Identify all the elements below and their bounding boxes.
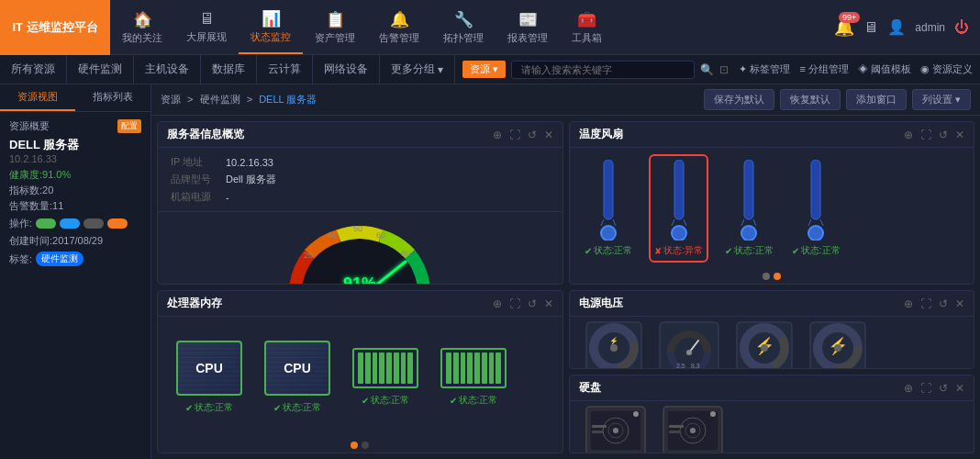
health-gauge-svg: 0 20 40 50 60 80 100 91% <box>273 216 447 285</box>
power-title: 电源电压 <box>579 296 623 311</box>
hdd-close-icon[interactable]: ✕ <box>955 382 964 395</box>
hdd-refresh-icon[interactable]: ↺ <box>939 382 948 395</box>
search-bar: 资源▾ 🔍 ⊡ <box>455 61 739 79</box>
svg-rect-62 <box>669 425 684 428</box>
svg-point-31 <box>610 344 618 352</box>
nav-hardware-monitor[interactable]: 硬件监测 <box>67 55 134 84</box>
nav-more-groups[interactable]: 更多分组▾ <box>380 55 455 84</box>
hdd-header: 硬盘 ⊕ ⛶ ↺ ✕ <box>570 375 974 401</box>
temp-close-icon[interactable]: ✕ <box>955 129 964 141</box>
device-name: DELL 服务器 <box>9 137 141 153</box>
hdd-controls: ⊕ ⛶ ↺ ✕ <box>904 382 964 395</box>
nav-network[interactable]: 网络设备 <box>313 55 380 84</box>
refresh-icon[interactable]: ↺ <box>528 129 537 141</box>
dot-1[interactable] <box>763 273 770 280</box>
fullscreen-icon[interactable]: ⛶ <box>509 129 520 141</box>
temp-refresh-icon[interactable]: ↺ <box>939 129 948 141</box>
nav-host-device[interactable]: 主机设备 <box>134 55 201 84</box>
temp-fullscreen-icon[interactable]: ⛶ <box>920 129 931 141</box>
threshold-template[interactable]: ◈ 阈值模板 <box>858 62 911 76</box>
proc-expand-icon[interactable]: ⊕ <box>493 297 502 310</box>
cpu-icon-1: CPU <box>176 341 242 396</box>
temp-expand-icon[interactable]: ⊕ <box>904 129 913 141</box>
resource-brief-title: 资源概要 <box>9 119 50 133</box>
cpu-status-1: ✔ 状态:正常 <box>185 401 234 414</box>
svg-text:40: 40 <box>328 230 337 240</box>
save-default-button[interactable]: 保存为默认 <box>704 89 774 110</box>
chassis-label: 机箱电源 <box>167 188 222 206</box>
search-input[interactable] <box>511 61 695 79</box>
nav-item-my-focus[interactable]: 🏠 我的关注 <box>110 0 174 54</box>
resource-tag[interactable]: 资源▾ <box>462 61 506 78</box>
proc-refresh-icon[interactable]: ↺ <box>528 297 537 310</box>
proc-dot-2[interactable] <box>362 442 369 449</box>
nav-item-toolbox[interactable]: 🧰 工具箱 <box>560 0 614 54</box>
toggle-blue[interactable] <box>60 218 80 229</box>
svg-text:50: 50 <box>353 224 362 233</box>
search-icon[interactable]: 🔍 <box>700 63 714 76</box>
expand-icon[interactable]: ⊕ <box>493 129 502 141</box>
tab-metric-list[interactable]: 指标列表 <box>75 84 150 111</box>
fan-status-4: ✔ 状态:正常 <box>792 244 841 257</box>
nav-item-topology[interactable]: 🔧 拓扑管理 <box>431 0 496 54</box>
fan-item-4: ✔ 状态:正常 <box>792 160 841 257</box>
hdd-fullscreen-icon[interactable]: ⛶ <box>920 382 931 395</box>
asset-icon: 📋 <box>326 10 345 29</box>
nav-item-asset[interactable]: 📋 资产管理 <box>303 0 367 54</box>
nav-item-alert[interactable]: 🔔 告警管理 <box>367 0 431 54</box>
resource-define[interactable]: ◉ 资源定义 <box>920 62 973 76</box>
notification-badge: 99+ <box>839 12 860 23</box>
topology-icon: 🔧 <box>454 10 473 29</box>
power-expand-icon[interactable]: ⊕ <box>904 297 913 310</box>
hdd-item-2: ✔ 状态:正常 <box>662 405 724 453</box>
power-item-2: 2.5 8.3 ✔ 状态:正常 <box>658 320 720 369</box>
group-mgmt[interactable]: ≡ 分组管理 <box>799 62 848 76</box>
breadcrumb-bar: 资源 > 硬件监测 > DELL 服务器 保存为默认 恢复默认 添加窗口 列设置… <box>151 84 980 116</box>
right-bottom-panels: 电源电压 ⊕ ⛶ ↺ ✕ <box>569 290 975 453</box>
proc-close-icon[interactable]: ✕ <box>544 297 553 310</box>
config-badge[interactable]: 配置 <box>117 119 141 133</box>
hdd-expand-icon[interactable]: ⊕ <box>904 382 913 395</box>
close-icon[interactable]: ✕ <box>544 129 553 141</box>
notification-button[interactable]: 🔔 99+ <box>834 17 854 38</box>
admin-label[interactable]: admin <box>915 21 945 34</box>
svg-line-13 <box>601 219 604 226</box>
power-refresh-icon[interactable]: ↺ <box>939 297 948 310</box>
svg-point-53 <box>633 411 639 417</box>
breadcrumb-sep2: > <box>247 94 252 105</box>
nav-cloud[interactable]: 云计算 <box>257 55 313 84</box>
content: 资源 > 硬件监测 > DELL 服务器 保存为默认 恢复默认 添加窗口 列设置… <box>151 84 980 459</box>
ok-icon-cpu2: ✔ <box>273 403 281 413</box>
tag-chevron-icon: ▾ <box>493 63 498 75</box>
toggle-gray[interactable] <box>84 218 104 229</box>
svg-line-22 <box>753 219 756 226</box>
dot-2[interactable] <box>774 273 781 280</box>
breadcrumb-resource[interactable]: 资源 <box>161 94 181 105</box>
power-close-icon[interactable]: ✕ <box>955 297 964 310</box>
nav-item-big-screen[interactable]: 🖥 大屏展现 <box>174 0 239 54</box>
filter-icon[interactable]: ⊡ <box>719 63 729 76</box>
ip-label: IP 地址 <box>167 153 222 171</box>
nav-database[interactable]: 数据库 <box>201 55 257 84</box>
toggle-green[interactable] <box>36 218 56 229</box>
nav-all-resources[interactable]: 所有资源 <box>0 55 67 84</box>
tab-resource-view[interactable]: 资源视图 <box>0 84 75 111</box>
toolbox-icon: 🧰 <box>577 10 596 29</box>
nav-item-report[interactable]: 📰 报表管理 <box>496 0 560 54</box>
proc-dot-1[interactable] <box>351 442 358 449</box>
power-off-icon[interactable]: ⏻ <box>954 19 969 36</box>
power-fullscreen-icon[interactable]: ⛶ <box>920 297 931 310</box>
logo: IT 运维监控平台 <box>0 0 110 55</box>
proc-mem-items: CPU ✔ 状态:正常 CPU ✔ <box>158 317 562 438</box>
restore-default-button[interactable]: 恢复默认 <box>780 89 841 110</box>
breadcrumb-hardware[interactable]: 硬件监测 <box>200 94 240 105</box>
toggle-orange[interactable] <box>107 218 128 229</box>
column-settings-button[interactable]: 列设置 ▾ <box>912 89 971 110</box>
nav-item-status-monitor[interactable]: 📊 状态监控 <box>239 0 303 54</box>
tag-hardware[interactable]: 硬件监测 <box>36 252 84 266</box>
tag-mgmt[interactable]: ✦ 标签管理 <box>739 62 790 76</box>
home-icon: 🏠 <box>133 10 152 29</box>
svg-line-18 <box>684 219 686 226</box>
proc-fullscreen-icon[interactable]: ⛶ <box>509 297 520 310</box>
add-window-button[interactable]: 添加窗口 <box>846 89 907 110</box>
